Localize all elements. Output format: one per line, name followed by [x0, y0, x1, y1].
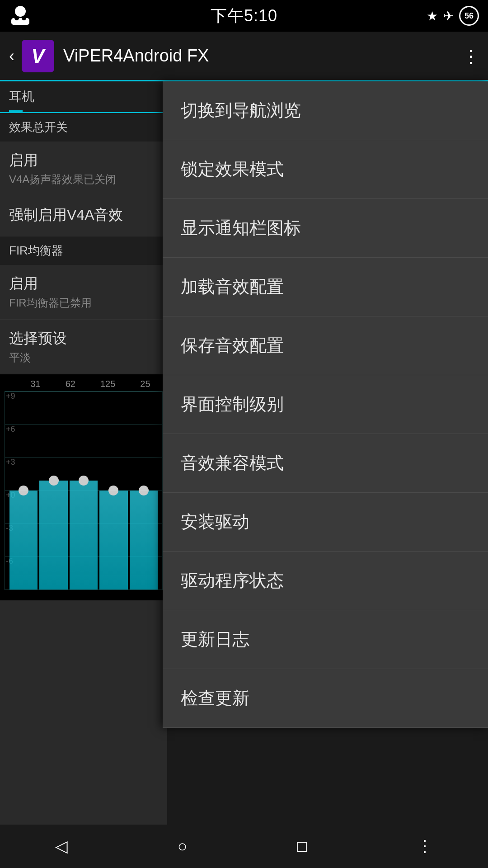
eq-bar-4[interactable]	[99, 491, 127, 590]
status-time: 下午5:10	[211, 5, 277, 27]
list-item-enable-main-title: 启用	[9, 151, 158, 170]
menu-item-driver-status[interactable]: 驱动程序状态	[163, 552, 488, 610]
list-item-fir-enable-subtitle: FIR均衡器已禁用	[9, 296, 158, 310]
menu-item-compat-mode[interactable]: 音效兼容模式	[163, 434, 488, 493]
list-item-force-enable[interactable]: 强制启用V4A音效	[0, 196, 167, 236]
nav-bar: ◁ ○ □ ⋮	[0, 825, 488, 868]
nav-home-button[interactable]: ○	[164, 830, 201, 863]
list-item-preset-title: 选择预设	[9, 329, 158, 349]
back-button[interactable]: ‹	[9, 47, 14, 66]
bluetooth-icon: ★	[427, 9, 438, 24]
app-logo-letter: V	[31, 45, 44, 67]
app-bar: ‹ V ViPER4Android FX ⋮	[0, 32, 488, 81]
nav-recents-button[interactable]: □	[284, 830, 321, 863]
tab-indicator	[9, 110, 23, 112]
dropdown-menu: 切换到导航浏览 锁定效果模式 显示通知栏图标 加载音效配置 保存音效配置 界面控…	[163, 81, 488, 728]
status-bar: 下午5:10 ★ ✈ 56	[0, 0, 488, 32]
eq-bar-3[interactable]	[70, 481, 98, 590]
more-options-button[interactable]: ⋮	[462, 46, 479, 66]
eq-dot-1	[19, 486, 28, 495]
menu-item-switch-nav[interactable]: 切换到导航浏览	[163, 81, 488, 140]
app-logo: V	[22, 40, 54, 72]
menu-item-changelog[interactable]: 更新日志	[163, 610, 488, 669]
list-item-fir-enable-title: 启用	[9, 274, 158, 294]
incognito-icon	[9, 5, 32, 27]
tab-label: 耳机	[9, 88, 34, 105]
nav-back-button[interactable]: ◁	[42, 830, 81, 863]
svg-point-0	[15, 6, 26, 17]
menu-item-check-update[interactable]: 检查更新	[163, 669, 488, 728]
svg-rect-1	[11, 18, 29, 25]
eq-freq-250: 25	[140, 379, 150, 389]
menu-item-ui-control[interactable]: 界面控制级别	[163, 375, 488, 434]
eq-bars	[5, 392, 162, 590]
menu-item-load-config[interactable]: 加载音效配置	[163, 258, 488, 316]
menu-item-save-config[interactable]: 保存音效配置	[163, 316, 488, 375]
eq-bar-2[interactable]	[39, 481, 67, 590]
eq-dot-5	[139, 486, 149, 495]
app-title: ViPER4Android FX	[63, 46, 462, 66]
tab-header: 耳机	[0, 81, 167, 113]
eq-freq-125: 125	[100, 379, 115, 389]
airplane-icon: ✈	[443, 9, 454, 24]
svg-point-3	[22, 16, 26, 20]
menu-item-install-driver[interactable]: 安装驱动	[163, 493, 488, 552]
list-item-preset[interactable]: 选择预设 平淡	[0, 320, 167, 374]
status-bar-left	[9, 5, 32, 27]
eq-freq-31: 31	[30, 379, 40, 389]
list-item-enable-main-subtitle: V4A扬声器效果已关闭	[9, 172, 158, 187]
svg-point-2	[14, 16, 19, 20]
menu-item-show-notif[interactable]: 显示通知栏图标	[163, 199, 488, 258]
list-item-force-enable-title: 强制启用V4A音效	[9, 205, 158, 225]
section-header-main-switch: 效果总开关	[0, 113, 167, 142]
left-panel: 耳机 效果总开关 启用 V4A扬声器效果已关闭 强制启用V4A音效 FIR均衡器…	[0, 81, 167, 825]
eq-bar-5[interactable]	[130, 491, 158, 590]
main-content: 耳机 效果总开关 启用 V4A扬声器效果已关闭 强制启用V4A音效 FIR均衡器…	[0, 81, 488, 825]
list-item-preset-subtitle: 平淡	[9, 350, 158, 365]
eq-dot-4	[108, 486, 118, 495]
eq-chart: 31 62 125 25 +9 +6 +3 +0 -3 -6	[0, 374, 167, 600]
list-item-enable-main[interactable]: 启用 V4A扬声器效果已关闭	[0, 142, 167, 196]
list-item-fir-enable[interactable]: 启用 FIR均衡器已禁用	[0, 265, 167, 320]
status-bar-right: ★ ✈ 56	[427, 6, 479, 26]
nav-more-button[interactable]: ⋮	[403, 830, 446, 863]
section-header-fir: FIR均衡器	[0, 236, 167, 265]
eq-bar-1[interactable]	[9, 491, 38, 590]
eq-grid: +9 +6 +3 +0 -3 -6	[5, 391, 163, 590]
eq-dot-2	[49, 476, 59, 486]
eq-dot-3	[79, 476, 89, 486]
menu-item-lock-mode[interactable]: 锁定效果模式	[163, 140, 488, 199]
eq-freq-62: 62	[66, 379, 75, 389]
battery-indicator: 56	[459, 6, 479, 26]
